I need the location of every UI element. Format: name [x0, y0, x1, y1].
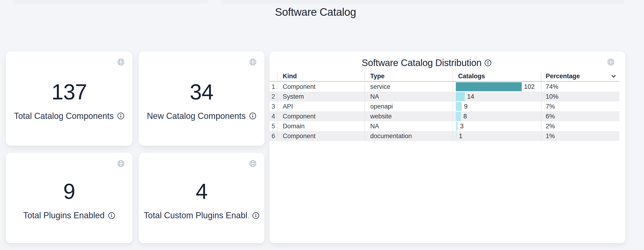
table-row[interactable]: 4Componentwebsite86%: [270, 111, 620, 121]
percentage-cell: 6%: [541, 111, 620, 121]
scrolled-card-remnant: [12, 0, 208, 2]
catalogs-value: 8: [463, 113, 467, 120]
globe-icon[interactable]: [249, 160, 257, 168]
distribution-title: Software Catalog Distribution: [362, 57, 482, 68]
stat-label: New Catalog Components: [147, 111, 246, 121]
table-row[interactable]: 6Componentdocumentation11%: [270, 131, 620, 141]
info-icon[interactable]: [108, 212, 115, 219]
stat-card-total-custom-plugins-enabled: 4 Total Custom Plugins Enabl…: [139, 153, 264, 243]
table-header-row: Kind Type Catalogs Percentage: [270, 71, 620, 82]
stat-value: 9: [63, 181, 75, 202]
column-header-kind[interactable]: Kind: [277, 71, 364, 82]
page-title: Software Catalog: [6, 6, 625, 18]
globe-icon[interactable]: [607, 58, 615, 66]
type-cell: NA: [364, 92, 452, 101]
catalogs-bar: [456, 82, 522, 91]
catalogs-bar: [456, 112, 461, 121]
info-icon[interactable]: [117, 112, 124, 120]
row-number-cell: 2: [270, 92, 277, 101]
globe-icon[interactable]: [117, 58, 125, 66]
kind-cell: Domain: [277, 121, 364, 131]
dist-table-body: 1Componentservice10274%2SystemNA1410%3AP…: [270, 82, 620, 141]
kind-cell: API: [277, 101, 364, 111]
kind-cell: System: [277, 92, 364, 101]
row-number-cell: 4: [270, 111, 277, 121]
type-cell: website: [364, 111, 452, 121]
globe-icon[interactable]: [249, 58, 257, 66]
type-cell: documentation: [364, 131, 452, 141]
scrolled-card-remnant: [221, 0, 624, 2]
catalogs-bar: [456, 132, 456, 141]
percentage-cell: 7%: [541, 101, 620, 111]
distribution-table: Kind Type Catalogs Percentage 1Component…: [270, 71, 620, 141]
catalogs-value: 3: [460, 123, 464, 130]
row-number-header: [270, 71, 277, 82]
type-cell: service: [364, 82, 452, 92]
stat-card-total-catalog-components: 137 Total Catalog Components: [6, 51, 132, 146]
catalogs-value: 9: [464, 103, 468, 110]
catalogs-cell: 9: [452, 101, 541, 111]
column-header-percentage[interactable]: Percentage: [541, 71, 620, 82]
catalogs-value: 102: [524, 83, 535, 90]
percentage-cell: 10%: [541, 92, 620, 101]
row-number-cell: 1: [270, 82, 277, 92]
stat-value: 34: [190, 81, 213, 103]
stat-label: Total Catalog Components: [14, 111, 114, 121]
info-icon[interactable]: [252, 212, 260, 219]
percentage-cell: 2%: [541, 121, 620, 131]
catalogs-bar: [456, 102, 462, 111]
catalogs-value: 1: [459, 133, 462, 140]
table-row[interactable]: 3APIopenapi97%: [270, 101, 620, 111]
kind-cell: Component: [277, 131, 364, 141]
stat-value: 4: [196, 181, 208, 202]
stat-card-total-plugins-enabled: 9 Total Plugins Enabled: [6, 153, 132, 243]
stat-card-new-catalog-components: 34 New Catalog Components: [139, 51, 264, 146]
type-cell: openapi: [364, 101, 452, 111]
percentage-cell: 1%: [541, 131, 620, 141]
catalogs-bar: [456, 92, 465, 101]
catalogs-cell: 14: [452, 92, 541, 101]
catalogs-cell: 8: [452, 111, 541, 121]
catalogs-cell: 102: [452, 82, 541, 92]
stat-value: 137: [52, 81, 87, 103]
table-row[interactable]: 2SystemNA1410%: [270, 92, 620, 101]
software-catalog-dashboard: Software Catalog 137 Total Catalog Compo…: [0, 0, 644, 250]
stat-label: Total Plugins Enabled: [23, 211, 104, 220]
row-number-cell: 6: [270, 131, 277, 141]
catalogs-bar: [456, 122, 458, 131]
kind-cell: Component: [277, 111, 364, 121]
row-number-cell: 5: [270, 121, 277, 131]
column-header-type[interactable]: Type: [364, 71, 452, 82]
type-cell: NA: [364, 121, 452, 131]
software-catalog-distribution-card: Software Catalog Distribution Kind Type …: [270, 51, 625, 243]
info-icon[interactable]: [484, 59, 492, 66]
catalogs-cell: 3: [452, 121, 541, 131]
kind-cell: Component: [277, 82, 364, 92]
chevron-down-icon[interactable]: [610, 73, 617, 79]
info-icon[interactable]: [249, 112, 256, 120]
column-header-catalogs[interactable]: Catalogs: [452, 71, 541, 82]
table-row[interactable]: 1Componentservice10274%: [270, 82, 620, 92]
catalogs-value: 14: [467, 93, 474, 100]
stat-label: Total Custom Plugins Enabl…: [144, 211, 248, 220]
globe-icon[interactable]: [117, 160, 125, 168]
row-number-cell: 3: [270, 101, 277, 111]
catalogs-cell: 1: [452, 131, 541, 141]
table-row[interactable]: 5DomainNA32%: [270, 121, 620, 131]
percentage-cell: 74%: [541, 82, 620, 92]
